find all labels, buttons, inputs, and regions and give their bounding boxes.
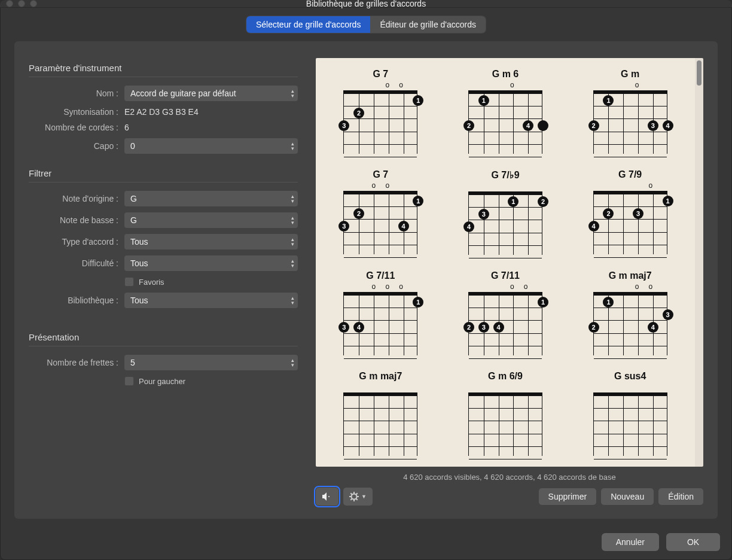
finger-dot: 1	[508, 196, 518, 207]
finger-dot: 2	[353, 108, 364, 118]
tab-selector[interactable]: Sélecteur de grille d'accords	[246, 16, 370, 33]
finger-dot: 3	[478, 209, 489, 220]
chevron-updown-icon: ▴▾	[291, 215, 294, 225]
chord-name: G 7/♭9	[491, 169, 519, 181]
select-name[interactable]: Accord de guitare par défaut ▴▾	[124, 86, 298, 101]
label-lefthand: Pour gaucher	[139, 377, 185, 386]
finger-dot: 2	[538, 196, 548, 207]
chord-name: G m maj7	[359, 371, 402, 382]
gear-icon	[349, 492, 359, 501]
value-tuning: E2 A2 D3 G3 B3 E4	[124, 107, 199, 117]
content-pane: Paramètre d'instrument Nom : Accord de g…	[14, 41, 718, 519]
finger-dot: 1	[413, 297, 423, 308]
chevron-updown-icon: ▴▾	[291, 296, 294, 305]
chord-diagram[interactable]: G m maj7	[330, 371, 431, 456]
finger-dot: 2	[463, 322, 474, 333]
ok-button[interactable]: OK	[666, 533, 720, 551]
section-instrument: Paramètre d'instrument	[29, 63, 298, 77]
tab-editor[interactable]: Éditeur de grille d'accords	[370, 16, 486, 33]
label-difficulty: Difficulté :	[29, 258, 124, 268]
chord-name: G 7	[373, 69, 388, 80]
svg-line-8	[356, 493, 358, 494]
chord-diagram[interactable]: G 7/11ooo134	[330, 270, 431, 355]
delete-button[interactable]: Supprimer	[539, 488, 597, 505]
chord-diagram[interactable]: G 7/9o1234	[580, 169, 681, 255]
play-sound-button[interactable]	[316, 488, 338, 506]
finger-dot: 2	[353, 208, 364, 219]
new-button[interactable]: Nouveau	[601, 488, 654, 505]
finger-dot: 4	[648, 322, 658, 333]
toolbar: ▼ Supprimer Nouveau Édition	[316, 488, 703, 506]
finger-dot: 2	[603, 208, 614, 219]
value-strings: 6	[124, 123, 129, 132]
select-difficulty[interactable]: Tous ▴▾	[124, 255, 298, 271]
chord-diagram[interactable]: G m maj7oo1324	[580, 270, 681, 355]
chord-diagram[interactable]: G 7/♭91234	[455, 169, 556, 255]
finger-dot: 3	[633, 208, 643, 219]
finger-dot: 4	[463, 221, 474, 232]
select-library[interactable]: Tous ▴▾	[124, 293, 298, 308]
chevron-down-icon: ▼	[361, 494, 367, 500]
chord-diagram[interactable]: G 7/11oo1234	[455, 270, 556, 355]
titlebar: Bibliothèque de grilles d'accords	[0, 0, 732, 8]
label-root: Note d'origine :	[29, 194, 124, 203]
chord-diagram[interactable]: G m 6/9	[455, 371, 556, 456]
tab-strip: Sélecteur de grille d'accords Éditeur de…	[0, 8, 732, 41]
label-tuning: Syntonisation :	[29, 107, 124, 117]
finger-dot: 2	[588, 322, 599, 333]
finger-dot: 3	[338, 120, 349, 131]
select-bass[interactable]: G ▴▾	[124, 212, 298, 228]
chord-name: G 7/11	[491, 270, 520, 281]
svg-line-6	[350, 493, 352, 494]
finger-dot: 1	[413, 95, 423, 106]
svg-point-1	[352, 494, 357, 500]
chevron-updown-icon: ▴▾	[291, 237, 294, 246]
finger-dot: 3	[338, 322, 349, 333]
status-line: 4 620 accords visibles, 4 620 accords, 4…	[316, 467, 703, 488]
select-chordtype[interactable]: Tous ▴▾	[124, 234, 298, 249]
select-capo[interactable]: 0 ▴▾	[124, 138, 298, 154]
chevron-updown-icon: ▴▾	[291, 141, 294, 151]
section-view: Présentation	[29, 332, 298, 346]
finger-dot: 1	[413, 196, 423, 206]
label-chordtype: Type d'accord :	[29, 237, 124, 246]
finger-dot: 3	[648, 120, 658, 131]
label-name: Nom :	[29, 89, 124, 98]
label-capo: Capo :	[29, 141, 124, 151]
finger-dot: 1	[663, 196, 673, 206]
select-root[interactable]: G ▴▾	[124, 191, 298, 206]
label-favorites: Favoris	[139, 278, 164, 287]
finger-dot: 2	[588, 120, 599, 131]
chevron-updown-icon: ▴▾	[291, 194, 294, 203]
edit-button[interactable]: Édition	[658, 488, 703, 505]
chord-diagram[interactable]: G 7oo123	[330, 69, 431, 154]
chord-name: G 7/9	[618, 169, 642, 180]
chord-diagram[interactable]: G 7oo1234	[330, 169, 431, 255]
chord-list[interactable]: G 7oo123G m 6o124G mo1234G 7oo1234G 7/♭9…	[316, 58, 695, 467]
action-menu-button[interactable]: ▼	[343, 488, 373, 506]
chord-diagram[interactable]: G sus4	[580, 371, 681, 456]
label-strings: Nombre de cordes :	[29, 123, 124, 132]
footer: Annuler OK	[0, 533, 732, 560]
window-title: Bibliothèque de grilles d'accords	[0, 0, 732, 8]
chevron-updown-icon: ▴▾	[291, 358, 294, 367]
scroll-thumb[interactable]	[697, 60, 702, 86]
finger-dot: 1	[478, 95, 489, 106]
left-panel: Paramètre d'instrument Nom : Accord de g…	[29, 58, 298, 506]
finger-dot: 2	[463, 120, 474, 131]
finger-dot: 4	[398, 221, 409, 232]
finger-dot: 3	[478, 322, 489, 333]
finger-dot: 3	[338, 221, 349, 232]
checkbox-favorites[interactable]	[124, 277, 134, 287]
chord-diagram[interactable]: G mo1234	[580, 69, 681, 154]
checkbox-lefthand[interactable]	[124, 376, 134, 386]
right-panel: G 7oo123G m 6o124G mo1234G 7oo1234G 7/♭9…	[316, 58, 703, 506]
label-bass: Note de basse :	[29, 215, 124, 225]
chord-name: G sus4	[614, 371, 646, 382]
cancel-button[interactable]: Annuler	[602, 533, 659, 551]
chord-diagram[interactable]: G m 6o124	[455, 69, 556, 154]
chord-name: G m maj7	[609, 270, 652, 281]
select-frets[interactable]: 5 ▴▾	[124, 355, 298, 370]
scrollbar[interactable]	[695, 58, 703, 467]
label-frets: Nombre de frettes :	[29, 358, 124, 367]
